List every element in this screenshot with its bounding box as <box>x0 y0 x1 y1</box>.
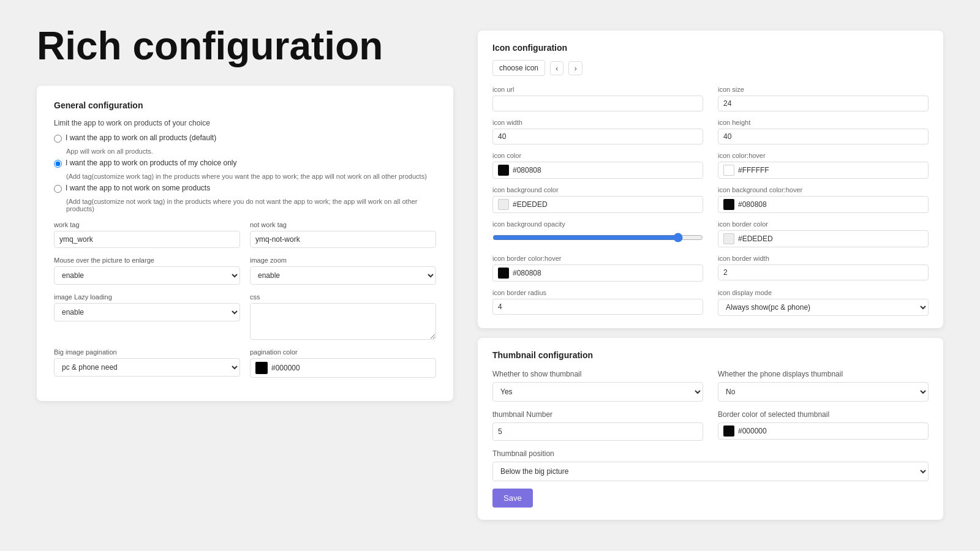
not-work-tag-input[interactable] <box>250 231 436 248</box>
radio-some-desc: (Add tag(customize not work tag) in the … <box>66 198 436 212</box>
thumbnail-config-title: Thumbnail configuration <box>492 350 929 360</box>
lazy-css-row: image Lazy loading enable disable css <box>54 293 436 340</box>
icon-bg-opacity-label: icon background opacity <box>492 220 703 228</box>
image-zoom-select[interactable]: enable disable <box>250 266 436 285</box>
icon-border-radius-label: icon border radius <box>492 289 703 296</box>
pagination-color-value: #000000 <box>271 364 300 372</box>
general-config-card: General configuration Limit the app to w… <box>37 86 453 401</box>
choose-icon-button[interactable]: choose icon <box>492 60 545 76</box>
radio-choice-products[interactable]: I want the app to work on products of my… <box>54 159 436 168</box>
icon-border-color-swatch <box>723 233 734 244</box>
icon-border-color-hover-label: icon border color:hover <box>492 255 703 262</box>
icon-url-input[interactable] <box>492 96 703 111</box>
icon-url-label: icon url <box>492 86 703 93</box>
prev-icon-button[interactable]: ‹ <box>550 61 564 75</box>
radio-some-label: I want the app to not work on some produ… <box>66 184 210 192</box>
icon-border-color-label: icon border color <box>718 220 929 228</box>
pagination-color-group: pagination color #000000 <box>250 348 436 378</box>
pagination-color-swatch <box>255 362 268 374</box>
icon-border-color-hover-input[interactable]: #080808 <box>492 264 703 282</box>
icon-border-color-hover-field: icon border color:hover #080808 <box>492 255 703 282</box>
icon-bg-color-input[interactable]: #EDEDED <box>492 196 703 213</box>
radio-all-input[interactable] <box>54 135 62 143</box>
icon-bg-color-hover-field: icon background color:hover #080808 <box>718 186 929 213</box>
icon-width-field: icon width <box>492 119 703 144</box>
not-work-tag-group: not work tag <box>250 221 436 248</box>
next-icon-button[interactable]: › <box>568 61 582 75</box>
radio-some-products[interactable]: I want the app to not work on some produ… <box>54 184 436 193</box>
lazy-loading-group: image Lazy loading enable disable <box>54 293 240 340</box>
css-group: css <box>250 293 436 340</box>
icon-bg-opacity-slider[interactable] <box>492 233 703 242</box>
border-color-swatch <box>723 425 734 437</box>
lazy-loading-select[interactable]: enable disable <box>54 303 240 321</box>
show-thumbnail-field: Whether to show thumbnail Yes No <box>492 370 703 402</box>
radio-some-input[interactable] <box>54 185 62 193</box>
icon-width-input[interactable] <box>492 129 703 144</box>
border-color-input[interactable]: #000000 <box>718 422 929 440</box>
icon-border-radius-field: icon border radius <box>492 289 703 316</box>
phone-thumbnail-field: Whether the phone displays thumbnail Yes… <box>718 370 929 402</box>
lazy-loading-label: image Lazy loading <box>54 293 240 301</box>
show-thumbnail-select[interactable]: Yes No <box>492 382 703 402</box>
icon-size-input[interactable] <box>718 96 929 111</box>
css-textarea[interactable] <box>250 303 436 340</box>
page-title: Rich configuration <box>37 24 453 67</box>
pagination-row: Big image pagination pc & phone need pc … <box>54 348 436 378</box>
save-button[interactable]: Save <box>492 489 533 508</box>
icon-border-color-field: icon border color #EDEDED <box>718 220 929 247</box>
icon-bg-opacity-field: icon background opacity <box>492 220 703 247</box>
icon-height-input[interactable] <box>718 129 929 144</box>
thumbnail-position-label: Thumbnail position <box>492 449 929 458</box>
thumbnail-number-field: thumbnail Number <box>492 410 703 441</box>
icon-color-input[interactable]: #080808 <box>492 162 703 179</box>
thumbnail-position-select[interactable]: Below the big picture the big picture Be… <box>492 462 929 481</box>
icon-size-label: icon size <box>718 86 929 93</box>
icon-color-hover-input[interactable]: #FFFFFF <box>718 162 929 179</box>
icon-border-width-field: icon border width <box>718 255 929 282</box>
big-image-pagination-label: Big image pagination <box>54 348 240 356</box>
icon-width-label: icon width <box>492 119 703 126</box>
pagination-color-input[interactable]: #000000 <box>250 358 436 378</box>
limit-label: Limit the app to work on products of you… <box>54 119 436 127</box>
tag-row: work tag not work tag <box>54 221 436 248</box>
icon-color-label: icon color <box>492 152 703 159</box>
icon-border-color-input[interactable]: #EDEDED <box>718 230 929 247</box>
not-work-tag-label: not work tag <box>250 221 436 228</box>
thumbnail-position-row: Thumbnail position Below the big picture… <box>492 449 929 481</box>
icon-border-radius-input[interactable] <box>492 299 703 315</box>
right-panel: Icon configuration choose icon ‹ › icon … <box>478 24 943 527</box>
icon-config-title: Icon configuration <box>492 43 929 53</box>
icon-bg-color-value: #EDEDED <box>513 200 548 209</box>
border-color-value: #000000 <box>738 427 767 435</box>
icon-color-hover-value: #FFFFFF <box>738 166 769 174</box>
icon-url-field: icon url <box>492 86 703 111</box>
radio-choice-desc: (Add tag(customize work tag) in the prod… <box>66 173 436 180</box>
radio-choice-label: I want the app to work on products of my… <box>66 159 236 167</box>
work-tag-label: work tag <box>54 221 240 228</box>
icon-display-mode-select[interactable]: Always show(pc & phone) pc only phone on… <box>718 299 929 316</box>
big-image-pagination-select[interactable]: pc & phone need pc only phone only disab… <box>54 358 240 377</box>
icon-border-color-value: #EDEDED <box>738 234 773 243</box>
icon-border-color-hover-swatch <box>498 268 509 279</box>
image-zoom-label: image zoom <box>250 257 436 264</box>
icon-border-width-input[interactable] <box>718 264 929 280</box>
image-zoom-group: image zoom enable disable <box>250 257 436 285</box>
mouse-over-label: Mouse over the picture to enlarge <box>54 257 240 264</box>
icon-color-hover-swatch <box>723 165 734 176</box>
thumbnail-number-input[interactable] <box>492 422 703 441</box>
icon-bg-color-hover-input[interactable]: #080808 <box>718 196 929 213</box>
phone-thumbnail-select[interactable]: Yes No <box>718 382 929 402</box>
border-color-field: Border color of selected thumbnail #0000… <box>718 410 929 441</box>
icon-color-field: icon color #080808 <box>492 152 703 179</box>
mouse-over-select[interactable]: enable disable <box>54 266 240 285</box>
icon-border-width-label: icon border width <box>718 255 929 262</box>
icon-config-grid: icon url icon size icon width icon heigh… <box>492 86 929 316</box>
phone-thumbnail-label: Whether the phone displays thumbnail <box>718 370 929 378</box>
thumbnail-grid: Whether to show thumbnail Yes No Whether… <box>492 370 929 481</box>
radio-choice-input[interactable] <box>54 160 62 168</box>
radio-all-products[interactable]: I want the app to work on all products (… <box>54 133 436 143</box>
work-tag-input[interactable] <box>54 231 240 248</box>
icon-display-mode-label: icon display mode <box>718 289 929 296</box>
thumbnail-config-card: Thumbnail configuration Whether to show … <box>478 338 943 520</box>
